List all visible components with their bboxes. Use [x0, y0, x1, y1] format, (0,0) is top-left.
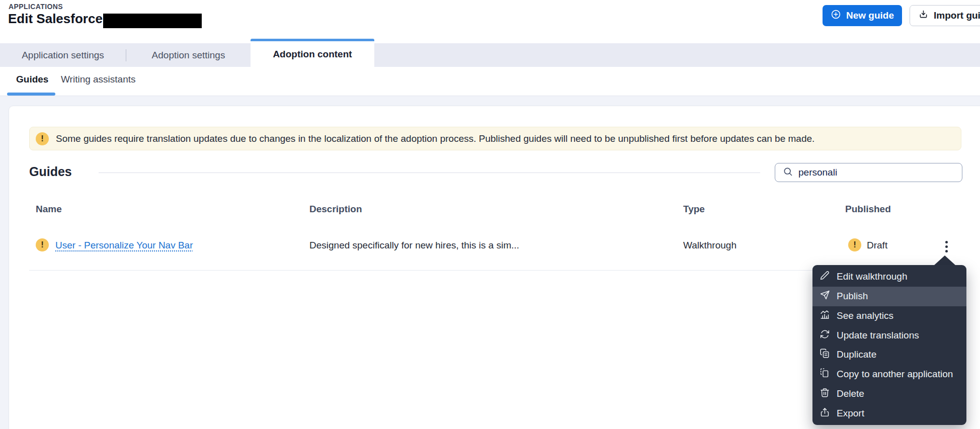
send-icon — [820, 290, 830, 303]
warning-icon: ! — [36, 132, 49, 145]
copy-to-application-icon — [820, 368, 830, 381]
menu-item-edit-walkthrough[interactable]: Edit walkthrough — [812, 267, 966, 287]
download-icon — [918, 9, 929, 22]
breadcrumb: APPLICATIONS — [9, 3, 63, 11]
duplicate-icon — [820, 348, 830, 361]
new-guide-button[interactable]: New guide — [823, 5, 902, 26]
guides-section-heading: Guides — [29, 164, 72, 179]
import-guide-label: Import guide — [934, 10, 980, 21]
new-guide-label: New guide — [846, 10, 894, 21]
guide-description: Designed specifically for new hires, thi… — [309, 240, 519, 251]
subtab-writing-assistants[interactable]: Writing assistants — [61, 74, 136, 85]
export-icon — [820, 407, 830, 420]
banner-text: Some guides require translation updates … — [56, 133, 814, 144]
menu-item-export[interactable]: Export — [812, 403, 966, 423]
pencil-icon — [820, 270, 830, 283]
translation-warning-banner: ! Some guides require translation update… — [29, 127, 961, 150]
page-title: Edit Salesforce — [8, 11, 103, 27]
menu-item-update-translations[interactable]: Update translations — [812, 325, 966, 345]
menu-item-copy-to-application[interactable]: Copy to another application — [812, 365, 966, 384]
plus-circle-icon — [831, 9, 841, 22]
column-header-description: Description — [309, 204, 362, 215]
sync-icon — [820, 329, 830, 342]
row-warning-icon: ! — [36, 238, 49, 251]
import-guide-button[interactable]: Import guide — [910, 5, 980, 26]
search-value: personali — [798, 167, 837, 178]
menu-item-publish[interactable]: Publish — [812, 287, 966, 306]
column-header-name: Name — [36, 204, 62, 215]
edit-application-page: APPLICATIONS Edit Salesforce New guide I… — [0, 0, 980, 429]
column-header-published: Published — [845, 204, 891, 215]
redacted-application-name — [103, 14, 202, 28]
guide-type: Walkthrough — [683, 240, 737, 251]
menu-item-duplicate[interactable]: Duplicate — [812, 345, 966, 365]
context-menu-caret — [934, 255, 956, 266]
guide-name-link[interactable]: User - Personalize Your Nav Bar — [55, 240, 193, 251]
kebab-menu-icon[interactable] — [940, 238, 953, 255]
trash-icon — [820, 387, 830, 400]
tab-adoption-settings[interactable]: Adoption settings — [126, 43, 251, 67]
tab-application-settings[interactable]: Application settings — [0, 43, 126, 67]
settings-tab-bar: Application settings Adoption settings A… — [0, 43, 980, 67]
search-icon — [783, 166, 793, 179]
published-warning-icon: ! — [848, 238, 861, 251]
analytics-icon — [820, 309, 830, 322]
menu-item-see-analytics[interactable]: See analytics — [812, 306, 966, 326]
published-status: Draft — [867, 240, 887, 251]
guide-context-menu: Edit walkthrough Publish See analytics U… — [812, 265, 966, 425]
menu-item-delete[interactable]: Delete — [812, 384, 966, 404]
subtab-guides[interactable]: Guides — [16, 74, 48, 85]
guides-search-input[interactable]: personali — [775, 163, 962, 182]
tab-adoption-content[interactable]: Adoption content — [251, 39, 374, 67]
column-header-type: Type — [683, 204, 705, 215]
heading-divider — [99, 173, 760, 173]
